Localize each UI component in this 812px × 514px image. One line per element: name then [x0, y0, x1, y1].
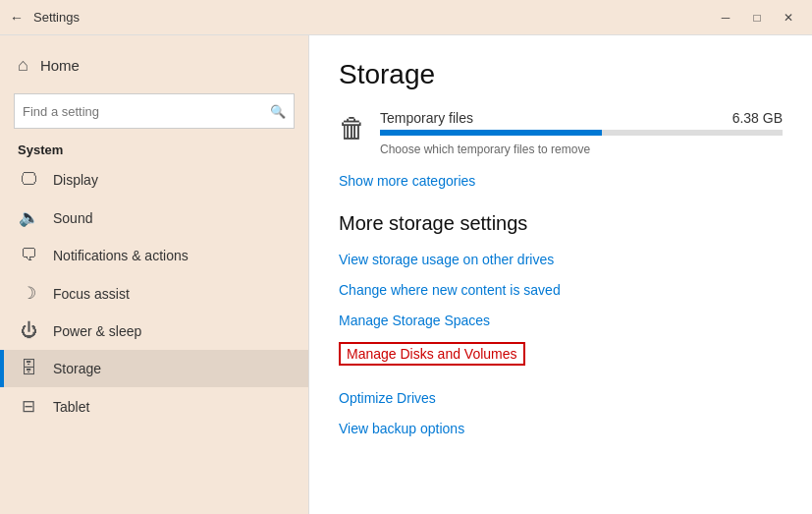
- page-title: Storage: [339, 59, 783, 90]
- manage-disks-volumes-link[interactable]: Manage Disks and Volumes: [339, 342, 525, 366]
- search-box: 🔍: [14, 93, 295, 129]
- display-icon: 🖵: [18, 170, 39, 190]
- optimize-drives-link[interactable]: Optimize Drives: [339, 390, 436, 406]
- storage-item-header: Temporary files 6.38 GB: [380, 110, 783, 126]
- storage-info: Temporary files 6.38 GB Choose which tem…: [380, 110, 783, 157]
- storage-icon: 🗄: [18, 359, 39, 378]
- progress-fill: [380, 130, 602, 136]
- main-layout: ⌂ Home 🔍 System 🖵 Display 🔈 Sound 🗨 Noti…: [0, 35, 812, 514]
- sidebar-item-storage[interactable]: 🗄 Storage: [0, 350, 308, 387]
- minimize-button[interactable]: ─: [712, 7, 739, 29]
- power-icon: ⏻: [18, 321, 39, 341]
- sidebar-section-title: System: [0, 137, 308, 161]
- sidebar-item-tablet[interactable]: ⊟ Tablet: [0, 387, 308, 426]
- sidebar-item-notifications-label: Notifications & actions: [53, 248, 189, 263]
- titlebar-title: Settings: [33, 10, 712, 25]
- sidebar-item-focus[interactable]: ☽ Focus assist: [0, 274, 308, 313]
- notifications-icon: 🗨: [18, 246, 39, 265]
- titlebar: ← Settings ─ □ ✕: [0, 0, 812, 35]
- trash-icon: 🗑: [339, 112, 366, 144]
- storage-item-name: Temporary files: [380, 110, 473, 126]
- back-button[interactable]: ←: [10, 10, 24, 26]
- sidebar-item-storage-label: Storage: [53, 361, 101, 376]
- sidebar-item-power[interactable]: ⏻ Power & sleep: [0, 313, 308, 350]
- sidebar-home-label: Home: [40, 57, 80, 74]
- sidebar-item-display[interactable]: 🖵 Display: [0, 161, 308, 199]
- sidebar: ⌂ Home 🔍 System 🖵 Display 🔈 Sound 🗨 Noti…: [0, 35, 309, 514]
- sound-icon: 🔈: [18, 207, 39, 228]
- sidebar-item-notifications[interactable]: 🗨 Notifications & actions: [0, 237, 308, 274]
- show-more-categories-link[interactable]: Show more categories: [339, 173, 475, 189]
- sidebar-item-display-label: Display: [53, 172, 98, 188]
- progress-bar: [380, 130, 783, 136]
- sidebar-item-sound-label: Sound: [53, 210, 92, 226]
- change-content-location-link[interactable]: Change where new content is saved: [339, 282, 561, 298]
- window-controls: ─ □ ✕: [712, 7, 802, 29]
- storage-item-temp: 🗑 Temporary files 6.38 GB Choose which t…: [339, 110, 783, 157]
- search-icon: 🔍: [270, 104, 286, 119]
- view-backup-options-link[interactable]: View backup options: [339, 421, 464, 436]
- restore-button[interactable]: □: [743, 7, 771, 29]
- sidebar-item-tablet-label: Tablet: [53, 399, 89, 415]
- sidebar-item-focus-label: Focus assist: [53, 286, 130, 302]
- focus-icon: ☽: [18, 283, 39, 304]
- content-area: Storage 🗑 Temporary files 6.38 GB Choose…: [309, 35, 812, 514]
- home-icon: ⌂: [18, 55, 28, 76]
- storage-item-description: Choose which temporary files to remove: [380, 143, 590, 156]
- sidebar-home[interactable]: ⌂ Home: [0, 45, 308, 86]
- storage-item-size: 6.38 GB: [732, 110, 783, 126]
- view-storage-usage-link[interactable]: View storage usage on other drives: [339, 252, 554, 267]
- close-button[interactable]: ✕: [775, 7, 802, 29]
- sidebar-item-power-label: Power & sleep: [53, 323, 141, 339]
- search-input[interactable]: [23, 104, 270, 119]
- tablet-icon: ⊟: [18, 396, 39, 417]
- manage-storage-spaces-link[interactable]: Manage Storage Spaces: [339, 313, 490, 328]
- sidebar-item-sound[interactable]: 🔈 Sound: [0, 199, 308, 237]
- more-settings-title: More storage settings: [339, 212, 783, 235]
